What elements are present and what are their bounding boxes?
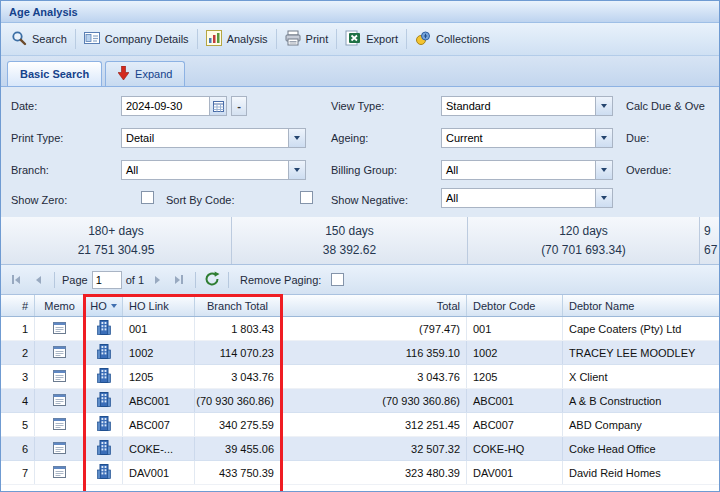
search-button[interactable]: Search (5, 26, 73, 52)
expand-arrow-icon (118, 66, 129, 82)
ho-cell (85, 413, 123, 436)
tab-basic-search[interactable]: Basic Search (7, 61, 102, 86)
chevron-down-icon[interactable] (288, 161, 305, 179)
column-header-ho-link[interactable]: HO Link (123, 295, 195, 316)
export-button-label: Export (366, 33, 398, 45)
calc-due-overdue-label: Calc Due & Ove (626, 100, 705, 112)
calendar-icon[interactable] (209, 97, 226, 115)
column-header-memo[interactable]: Memo (35, 295, 85, 316)
total-cell: 323 480.39 (281, 461, 467, 484)
memo-cell[interactable] (35, 413, 85, 436)
column-header-ho-label: HO (90, 300, 107, 312)
total-cell: 116 359.10 (281, 341, 467, 364)
memo-cell[interactable] (35, 437, 85, 460)
table-row[interactable]: 3 1205 3 043.76 3 043.76 1205 X Client (1, 365, 719, 389)
chevron-down-icon[interactable] (595, 97, 612, 115)
table-row[interactable]: 6 COKE-... 39 455.06 32 507.32 COKE-HQ C… (1, 437, 719, 461)
column-header-ho[interactable]: HO (85, 295, 123, 316)
ho-cell (85, 461, 123, 484)
collections-button[interactable]: Collections (409, 26, 496, 52)
chevron-down-icon[interactable] (595, 129, 612, 147)
company-details-button[interactable]: Company Details (78, 26, 195, 52)
table-row[interactable]: 2 1002 114 070.23 116 359.10 1002 TRACEY… (1, 341, 719, 365)
column-header-debtor-code[interactable]: Debtor Code (467, 295, 563, 316)
debtor-name-cell: A & B Construction (563, 389, 719, 412)
remove-paging-checkbox[interactable] (331, 273, 344, 286)
memo-icon[interactable] (53, 441, 66, 456)
view-type-combo[interactable]: Standard (441, 96, 613, 116)
refresh-button[interactable] (203, 271, 221, 289)
memo-cell[interactable] (35, 341, 85, 364)
overdue-label: Overdue: (626, 164, 671, 176)
memo-cell[interactable] (35, 317, 85, 340)
next-page-button[interactable] (148, 271, 166, 289)
building-icon (97, 344, 111, 361)
column-header-branch-total[interactable]: Branch Total (195, 295, 281, 316)
page-input[interactable] (92, 271, 122, 289)
age-analysis-window: Age Analysis Search Company Details Anal… (0, 0, 720, 492)
ho-link-cell: 1205 (123, 365, 195, 388)
summary-120-days: 120 days (70 701 693.34) (468, 217, 700, 264)
ho-link-cell: DAV001 (123, 461, 195, 484)
memo-cell[interactable] (35, 461, 85, 484)
table-row[interactable]: 1 001 1 803.43 (797.47) 001 Cape Coaters… (1, 317, 719, 341)
summary-value: (70 701 693.34) (541, 243, 626, 257)
prev-page-button[interactable] (29, 271, 47, 289)
branch-total-cell: 3 043.76 (195, 365, 281, 388)
table-row[interactable]: 5 ABC007 340 275.59 312 251.45 ABC007 AB… (1, 413, 719, 437)
billing-group-value: All (442, 161, 595, 179)
debtor-code-cell: 1205 (467, 365, 563, 388)
export-button[interactable]: Export (339, 26, 404, 52)
memo-icon[interactable] (53, 321, 66, 336)
tab-basic-search-label: Basic Search (20, 68, 89, 80)
memo-cell[interactable] (35, 389, 85, 412)
ageing-value: Current (442, 129, 595, 147)
print-type-combo[interactable]: Detail (121, 128, 306, 148)
memo-icon[interactable] (53, 393, 66, 408)
date-field[interactable] (121, 96, 227, 116)
print-button[interactable]: Print (279, 26, 335, 52)
date-minus-button[interactable]: - (231, 96, 247, 116)
debtors-grid: # Memo HO HO Link Branch Total Total Deb… (1, 295, 719, 491)
branch-combo[interactable]: All (121, 160, 306, 180)
search-form: Date: - View Type: Standard Calc Due & O… (1, 87, 719, 217)
row-number: 1 (1, 317, 35, 340)
show-zero-checkbox[interactable] (141, 191, 154, 204)
ho-cell (85, 317, 123, 340)
memo-icon[interactable] (53, 417, 66, 432)
memo-icon[interactable] (53, 345, 66, 360)
analysis-button[interactable]: Analysis (200, 26, 274, 52)
row-number: 2 (1, 341, 35, 364)
last-page-button[interactable] (170, 271, 188, 289)
ho-cell (85, 365, 123, 388)
chevron-down-icon[interactable] (595, 189, 612, 207)
column-header-total[interactable]: Total (281, 295, 467, 316)
grid-header: # Memo HO HO Link Branch Total Total Deb… (1, 295, 719, 317)
paging-separator (228, 272, 229, 288)
ageing-combo[interactable]: Current (441, 128, 613, 148)
sort-by-code-label: Sort By Code: (166, 194, 234, 206)
row-number: 5 (1, 413, 35, 436)
building-icon (97, 416, 111, 433)
row-number: 7 (1, 461, 35, 484)
analysis-button-label: Analysis (227, 33, 268, 45)
table-row[interactable]: 4 ABC001 (70 930 360.86) (70 930 360.86)… (1, 389, 719, 413)
toolbar-separator (406, 29, 407, 49)
column-header-debtor-name[interactable]: Debtor Name (563, 295, 719, 316)
debtor-name-cell: ABD Company (563, 413, 719, 436)
show-negative-combo[interactable]: All (441, 188, 613, 208)
summary-value: 67 (704, 243, 717, 257)
tab-expand[interactable]: Expand (105, 61, 185, 86)
memo-icon[interactable] (53, 465, 66, 480)
memo-cell[interactable] (35, 365, 85, 388)
date-input[interactable] (122, 97, 209, 115)
total-cell: 32 507.32 (281, 437, 467, 460)
billing-group-combo[interactable]: All (441, 160, 613, 180)
column-header-num[interactable]: # (1, 295, 35, 316)
table-row[interactable]: 7 DAV001 433 750.39 323 480.39 DAV001 Da… (1, 461, 719, 485)
chevron-down-icon[interactable] (288, 129, 305, 147)
first-page-button[interactable] (7, 271, 25, 289)
chevron-down-icon[interactable] (595, 161, 612, 179)
sort-by-code-checkbox[interactable] (300, 191, 313, 204)
memo-icon[interactable] (53, 369, 66, 384)
